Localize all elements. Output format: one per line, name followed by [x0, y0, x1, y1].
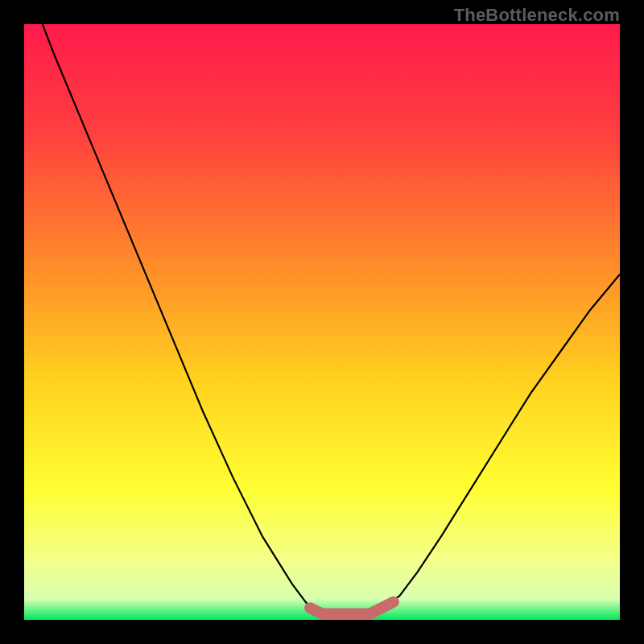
optimal-plateau: [310, 602, 394, 614]
curve-layer: [24, 24, 620, 620]
bottleneck-curve: [24, 24, 620, 614]
chart-frame: TheBottleneck.com: [0, 0, 644, 644]
plot-area: [24, 24, 620, 620]
watermark-text: TheBottleneck.com: [454, 5, 620, 26]
